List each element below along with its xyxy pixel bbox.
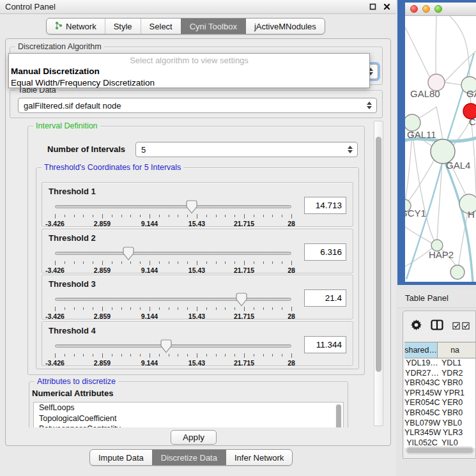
- tab-label: jActiveMNodules: [254, 22, 316, 31]
- node-label: GCY1: [405, 208, 426, 219]
- network-edge: [445, 82, 461, 85]
- tick-label: 9.144: [141, 312, 158, 320]
- checkbox-checked-icon[interactable]: [462, 321, 470, 332]
- tick-label: 15.43: [188, 220, 205, 227]
- slider-thumb[interactable]: [236, 293, 247, 307]
- network-edge-highlighted: [406, 163, 442, 279]
- panel-scrollbar[interactable]: [374, 121, 383, 426]
- tick-label: 15.43: [188, 312, 205, 320]
- slider-tick-labels: -3.4262.8599.14415.4321.71528: [55, 312, 291, 320]
- table-cell: YDL19…: [404, 358, 440, 369]
- bottom-tab-discretize-data[interactable]: Discretize Data: [152, 450, 226, 465]
- table-row[interactable]: YBL079WYBL0: [404, 418, 475, 429]
- table-data-select[interactable]: galFiltered.sif default node: [18, 98, 377, 113]
- tab-style[interactable]: Style: [105, 19, 141, 34]
- checkbox-checked-icon[interactable]: [452, 321, 460, 332]
- slider-thumb[interactable]: [186, 200, 197, 214]
- network-edge-highlighted: [445, 53, 474, 146]
- slider-thumb[interactable]: [160, 339, 172, 353]
- tick-label: 21.715: [234, 312, 254, 320]
- table-cell: YDR27…: [404, 369, 440, 379]
- column-header-shared-name[interactable]: shared…: [404, 342, 438, 358]
- node-label: GA: [466, 88, 476, 99]
- table-cell: YBL0: [440, 418, 475, 429]
- close-panel-icon[interactable]: [383, 3, 391, 11]
- gear-icon[interactable]: [411, 319, 422, 333]
- network-edge: [436, 107, 443, 140]
- list-item[interactable]: BetweennessCentrality: [34, 424, 343, 427]
- table-cell: YBR0: [440, 408, 475, 418]
- close-window-icon[interactable]: [410, 5, 418, 13]
- table-cell: YBL079W: [404, 418, 440, 429]
- float-panel-icon[interactable]: [369, 3, 377, 11]
- tab-network[interactable]: Network: [47, 19, 105, 34]
- threshold-1-value-input[interactable]: [304, 197, 346, 214]
- number-of-intervals-select[interactable]: 5: [135, 142, 358, 157]
- slider-thumb[interactable]: [123, 247, 134, 261]
- slider-ticks: [55, 213, 291, 220]
- table-row[interactable]: YDL19…YDL1: [404, 358, 475, 369]
- tab-label: Cyni Toolbox: [190, 22, 237, 31]
- slider-track[interactable]: [55, 344, 291, 348]
- table-row[interactable]: YER054CYER0: [404, 398, 475, 408]
- zoom-window-icon[interactable]: [434, 5, 442, 13]
- node-label: C: [469, 116, 476, 127]
- thresholds-group: Threshold's Coordinates for 5 Intervals …: [36, 167, 359, 369]
- combo-stepper-icon: [367, 102, 372, 109]
- group-title-thresholds: Threshold's Coordinates for 5 Intervals: [42, 163, 183, 172]
- node-label: GAL4: [446, 160, 470, 171]
- algorithm-option[interactable]: Manual Discretization: [9, 66, 369, 77]
- table-row[interactable]: YBR043CYBR0: [404, 378, 475, 388]
- slider-track[interactable]: [55, 205, 291, 208]
- network-window-titlebar[interactable]: [405, 3, 476, 16]
- list-item[interactable]: TopologicalCoefficient: [34, 413, 343, 424]
- algorithm-option[interactable]: Equal Width/Frequency Discretization: [9, 77, 369, 89]
- tick-label: 2.859: [94, 359, 111, 367]
- threshold-2-value-input[interactable]: [304, 243, 346, 261]
- slider-track[interactable]: [55, 298, 291, 301]
- numerical-attributes-list[interactable]: SelfLoopsTopologicalCoefficientBetweenne…: [33, 402, 344, 427]
- list-scrollbar[interactable]: [335, 403, 342, 427]
- tab-label: Network: [66, 22, 96, 31]
- threshold-2-label: Threshold 2: [49, 233, 96, 243]
- minimize-window-icon[interactable]: [422, 5, 430, 13]
- threshold-3-slider[interactable]: -3.4262.8599.14415.4321.71528: [55, 292, 291, 319]
- tab-select[interactable]: Select: [141, 19, 181, 34]
- column-header-name[interactable]: na: [438, 342, 475, 358]
- tick-label: -3.426: [45, 359, 65, 367]
- slider-ticks: [55, 306, 291, 312]
- network-canvas[interactable]: GAL80GACGAL11GAL4GCY1HHAP2: [405, 16, 476, 282]
- tick-label: 9.144: [141, 220, 158, 227]
- apply-button[interactable]: Apply: [171, 430, 217, 445]
- list-item[interactable]: SelfLoops: [34, 403, 343, 413]
- node-label: GAL80: [410, 88, 440, 99]
- table-row[interactable]: YBR045CYBR0: [404, 408, 475, 418]
- threshold-2-slider[interactable]: -3.4262.8599.14415.4321.71528: [55, 246, 291, 273]
- threshold-4-value-input[interactable]: [304, 336, 346, 353]
- column-settings-icon[interactable]: [431, 319, 443, 333]
- bottom-tab-impute-data[interactable]: Impute Data: [90, 450, 152, 465]
- tab-jactivemnodules[interactable]: jActiveMNodules: [245, 19, 325, 34]
- node-bottom[interactable]: [450, 265, 464, 279]
- network-icon: [55, 21, 63, 32]
- table-cell: YER0: [440, 398, 475, 408]
- table-row[interactable]: YPR145WYPR1: [404, 388, 475, 399]
- tick-label: 21.715: [234, 220, 254, 227]
- threshold-3-label: Threshold 3: [49, 279, 96, 289]
- threshold-1-slider[interactable]: -3.4262.8599.14415.4321.71528: [55, 199, 291, 226]
- bottom-tab-infer-network[interactable]: Infer Network: [226, 450, 292, 465]
- slider-ticks: [55, 353, 291, 359]
- combo-stepper-icon: [348, 146, 353, 153]
- table-row[interactable]: YDR27…YDR2: [404, 369, 475, 379]
- slider-track[interactable]: [55, 252, 291, 255]
- tab-cyni-toolbox[interactable]: Cyni Toolbox: [181, 19, 245, 34]
- threshold-3-box: Threshold 3-3.4262.8599.14415.4321.71528: [42, 275, 353, 319]
- threshold-4-slider[interactable]: -3.4262.8599.14415.4321.71528: [55, 339, 291, 365]
- settings-scroll-area: Interval Definition Number of Intervals …: [11, 119, 372, 427]
- tab-label: Select: [150, 22, 173, 31]
- table-data-selected-value: galFiltered.sif default node: [24, 101, 121, 111]
- table-row[interactable]: YLR345WYLR3: [404, 428, 475, 438]
- table-panel: shared… na YDL19…YDL1YDR27…YDR2YBR043CYB…: [403, 311, 476, 459]
- table-horizontal-scrollbar[interactable]: [406, 447, 474, 454]
- threshold-3-value-input[interactable]: [304, 289, 346, 307]
